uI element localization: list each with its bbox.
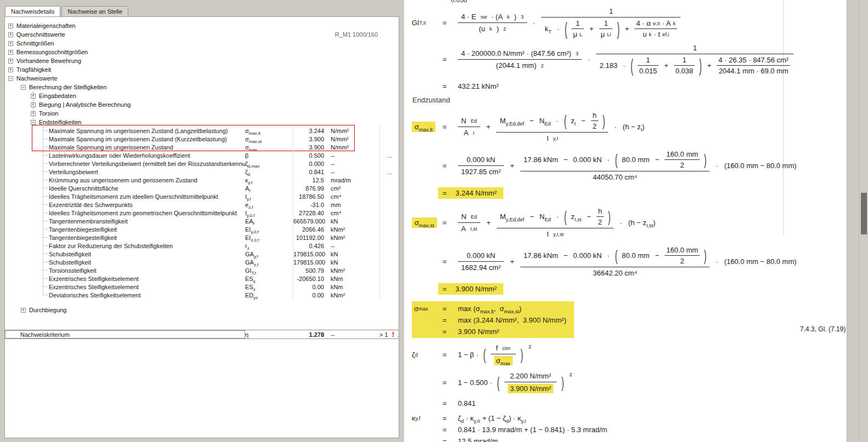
row-symbol: Iy,0,f: [245, 210, 293, 216]
tab-nachweisdetails[interactable]: Nachweisdetails: [5, 6, 60, 16]
tree-connector: [5, 184, 49, 192]
table-row[interactable]: Tangentenbiegesteifigkeit EIy,0,f 2066.4…: [5, 225, 399, 233]
table-row[interactable]: Ideelles Trägheitsmoment zum geometrisch…: [5, 209, 399, 217]
equation-gi-symbolic: GIT,II = 4 · Esw · (Ak)3 (uk)2 · 1 kT · …: [412, 7, 847, 39]
section-heading: Endzustand: [412, 96, 847, 104]
tree-connector: [5, 192, 49, 200]
table-row[interactable]: Maximale Spannung im ungerissenen Zustan…: [5, 135, 399, 143]
table-row[interactable]: Krümmung aus ungerissenem und gerissenem…: [5, 176, 399, 184]
operator: ·: [622, 61, 626, 70]
table-row[interactable]: Schubsteifigkeit GAy,f 179815.000 kN: [5, 250, 399, 258]
paren: (: [615, 151, 617, 169]
row-unit: cm⁴: [330, 193, 379, 200]
collapse-icon[interactable]: −: [21, 85, 26, 90]
operator: ·: [606, 251, 610, 260]
table-row[interactable]: Torsionssteifigkeit GIT,f 500.79 kNm²: [5, 266, 399, 274]
tree-item-biegung-analytische-berechnung[interactable]: + Biegung | Analytische Berechnung: [5, 100, 399, 109]
row-value: 876.99: [293, 185, 324, 192]
table-row[interactable]: Exzentrisches Steifigkeitselement ESy -2…: [5, 274, 399, 283]
operator: ·: [587, 55, 591, 64]
tree-item-bemessungsschnittgroessen[interactable]: + Bemessungsschnittgrößen: [5, 48, 399, 56]
tab-nachweise-an-stelle[interactable]: Nachweise an Stelle: [61, 6, 128, 16]
fraction: NEdAI: [458, 116, 480, 137]
tree-connector: [5, 176, 49, 184]
fraction: My,Ed,def − NEd · ( zI − h2 ) Iy,I: [496, 111, 608, 143]
table-row[interactable]: Verteilungsbeiwert ζd 0.841 -- ...: [5, 168, 399, 176]
criterion-limit: > 1: [379, 331, 389, 338]
tree-item-nachweiswerte[interactable]: − Nachweiswerte: [5, 74, 399, 83]
operator: +: [663, 61, 670, 70]
fraction: 4 · Esw · (Ak)3 (uk)2: [458, 12, 527, 33]
row-value: 0.000: [293, 160, 324, 167]
expand-icon[interactable]: +: [8, 32, 13, 37]
table-row[interactable]: Schubsteifigkeit GAz,f 179815.000 kN: [5, 258, 399, 266]
equation-kappa-symbolic: κy,f = ζd · κy,II + (1 − ζd) · κy,I: [412, 414, 847, 422]
operator: ·: [555, 213, 560, 221]
equals-sign: =: [442, 426, 458, 434]
collapse-icon[interactable]: −: [8, 76, 13, 81]
equation-lhs: ζd: [412, 351, 442, 359]
row-label: Faktor zur Reduzierung der Schubsteifigk…: [49, 243, 245, 249]
table-row[interactable]: Ideelles Trägheitsmoment zum ideellen Qu…: [5, 192, 399, 200]
row-symbol: β: [245, 152, 293, 159]
formula-report-panel[interactable]: 0.038 7.4.3, Gl. (7.19) GIT,II = 4 · Esw…: [404, 0, 847, 442]
more-button[interactable]: ...: [379, 152, 396, 159]
expand-icon[interactable]: +: [8, 59, 13, 64]
row-label: Exzentrizität des Schwerpunkts: [49, 202, 245, 208]
fraction: h2: [597, 207, 604, 226]
vertical-scrollbar[interactable]: [859, 0, 868, 442]
table-row[interactable]: Deviatorisches Steifigkeitselement EDyz …: [5, 291, 399, 299]
table-row[interactable]: Lasteinwirkungsdauer oder Wiederholungsk…: [5, 151, 399, 159]
expand-icon[interactable]: +: [8, 50, 13, 55]
paren: (: [564, 208, 566, 226]
expand-icon[interactable]: +: [8, 41, 13, 46]
row-unit: kNm²: [330, 292, 379, 299]
fraction: 1μL: [571, 19, 584, 38]
paren: (: [497, 374, 500, 392]
paren: ): [699, 55, 701, 76]
more-button[interactable]: ...: [379, 169, 396, 175]
tree-item-schnittgroessen[interactable]: + Schnittgrößen: [5, 39, 399, 48]
row-symbol: κy,f: [245, 177, 293, 183]
table-row[interactable]: Maximale Spannung im ungerissenen Zustan…: [5, 143, 399, 151]
table-row[interactable]: Vorberechneter Verteilungsbeiwert (ermit…: [5, 159, 399, 168]
table-row[interactable]: Tangentenbiegesteifigkeit EIz,0,f 101192…: [5, 233, 399, 242]
tree-item-torsion[interactable]: + Torsion: [5, 109, 399, 118]
fraction: 10.038: [674, 56, 695, 75]
table-row[interactable]: Exzentrisches Steifigkeitselement ESz 0.…: [5, 283, 399, 291]
warning-icon: !: [389, 331, 397, 338]
equals-sign: =: [442, 437, 458, 442]
row-value: 3.900: [293, 136, 324, 142]
tab-bar: Nachweisdetails Nachweise an Stelle: [4, 6, 399, 16]
expand-icon[interactable]: +: [8, 67, 13, 72]
tree-item-berechnung-der-steifigkeiten[interactable]: − Berechnung der Steifigkeiten: [5, 83, 399, 91]
tree-item-materialeigenschaften[interactable]: + Materialeigenschaften: [5, 21, 399, 30]
nachweiskriterium-row[interactable]: Nachweiskriterium η 1.278 -- > 1 ! ...: [5, 330, 399, 339]
tree-item-endsteifigkeiten[interactable]: − Endsteifigkeiten: [5, 118, 399, 127]
table-row[interactable]: Exzentrizität des Schwerpunkts ez,f -31.…: [5, 200, 399, 209]
expand-icon[interactable]: +: [8, 24, 13, 28]
more-button[interactable]: ...: [397, 331, 399, 338]
table-row[interactable]: Faktor zur Reduzierung der Schubsteifigk…: [5, 242, 399, 250]
tree-item-durchbiegung[interactable]: + Durchbiegung: [5, 306, 399, 314]
tree-item-tragfaehigkeit[interactable]: + Tragfähigkeit: [5, 65, 399, 74]
tree-connector: [5, 258, 49, 266]
tree-item-vorhandene-bewehrung[interactable]: + Vorhandene Bewehrung: [5, 56, 399, 65]
table-row[interactable]: Tangentenmembransteifigkeit EAf 665579.0…: [5, 217, 399, 225]
tree-connector: [5, 159, 49, 168]
expand-icon[interactable]: +: [21, 308, 26, 313]
row-unit: N/mm²: [330, 128, 379, 134]
tree-connector: [5, 209, 49, 217]
table-row[interactable]: Maximale Spannung im ungerissenen Zustan…: [5, 127, 399, 135]
scrollbar-thumb[interactable]: [861, 193, 867, 234]
row-value: 2066.46: [293, 226, 324, 233]
highlighted-symbol: σmax,st: [412, 217, 437, 228]
equation-sigma-st-result: = 3.900 N/mm²: [412, 283, 847, 295]
tree-item-querschnittswerte[interactable]: + Querschnittswerte R_M1 1000/160: [5, 30, 399, 39]
tree-item-eingabedaten[interactable]: + Eingabedaten: [5, 91, 399, 100]
table-row[interactable]: Ideelle Querschnittsfläche Af 876.99 cm²: [5, 184, 399, 192]
row-value: 0.00: [293, 284, 324, 290]
paren: ): [608, 208, 610, 226]
equation-lhs: GIT,II: [412, 19, 442, 27]
fraction: NEdAI,st: [458, 212, 480, 233]
